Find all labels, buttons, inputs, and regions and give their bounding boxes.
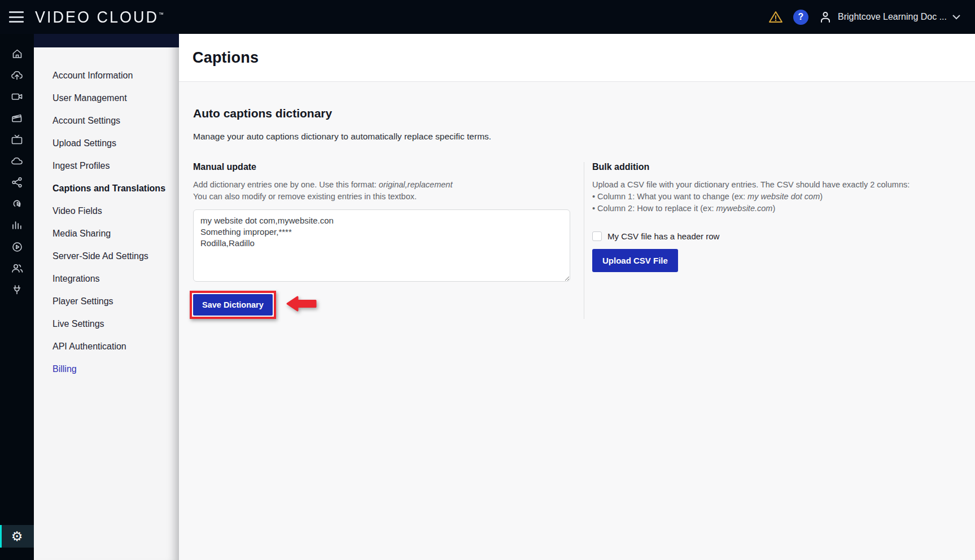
settings-sidebar: Account Information User Management Acco… [34,34,179,560]
account-name: Brightcove Learning Doc ... [838,12,947,22]
save-dictionary-button[interactable]: Save Dictionary [193,294,273,316]
sidebar-item-video-fields[interactable]: Video Fields [34,200,179,222]
bulk-help-line2-example: my website dot com [747,192,820,201]
hamburger-menu-icon[interactable] [9,11,24,23]
sidebar-item-server-side-ad-settings[interactable]: Server-Side Ad Settings [34,245,179,268]
sidebar-top-strip [34,34,179,47]
account-menu[interactable]: Brightcove Learning Doc ... [819,10,960,24]
highlight-red-box: Save Dictionary [190,291,276,319]
cloud-icon[interactable] [0,150,34,172]
sidebar-item-media-sharing[interactable]: Media Sharing [34,222,179,245]
dictionary-textarea[interactable]: my website dot com,mywebsite.con Somethi… [193,209,570,282]
media-clapper-icon[interactable] [0,107,34,129]
sidebar-item-upload-settings[interactable]: Upload Settings [34,132,179,155]
upload-cloud-icon[interactable] [0,64,34,86]
top-bar: VIDEO CLOUD™ ? Brightcove Learning Doc .… [0,0,975,34]
interactivity-icon[interactable] [0,193,34,215]
bulk-help-line3-example: mywebsite.com [716,204,772,213]
bulk-addition-help: Upload a CSV file with your dictionary e… [592,179,958,215]
sidebar-item-integrations[interactable]: Integrations [34,268,179,290]
sidebar-item-live-settings[interactable]: Live Settings [34,313,179,335]
video-cloud-logo: VIDEO CLOUD™ [35,7,164,26]
manual-update-heading: Manual update [193,162,577,172]
share-icon[interactable] [0,172,34,193]
plug-icon[interactable] [0,279,34,300]
manual-help-format: original,replacement [379,180,453,189]
manual-update-section: Manual update Add dictionary entries one… [193,162,577,319]
bulk-help-line3-close: ) [772,204,775,213]
gear-icon: ⚙ [11,530,23,543]
bulk-help-line3: • Column 2: How to replace it (ex: [592,204,716,213]
csv-header-checkbox-label: My CSV file has a header row [607,231,719,241]
sidebar-item-api-authentication[interactable]: API Authentication [34,335,179,358]
sidebar-item-ingest-profiles[interactable]: Ingest Profiles [34,155,179,177]
manual-update-help: Add dictionary entries one by one. Use t… [193,179,577,203]
main-content: Captions Auto captions dictionary Manage… [179,34,975,560]
sidebar-item-user-management[interactable]: User Management [34,87,179,110]
csv-header-checkbox[interactable] [592,231,602,241]
manual-help-line1: Add dictionary entries one by one. Use t… [193,180,379,189]
page-title: Captions [193,49,259,67]
section-title: Auto captions dictionary [193,107,958,120]
bulk-addition-section: Bulk addition Upload a CSV file with you… [584,162,958,319]
icon-rail: ⚙ [0,34,34,560]
admin-settings-item[interactable]: ⚙ [0,525,34,548]
red-arrow-annotation [286,296,319,314]
sidebar-item-account-settings[interactable]: Account Settings [34,110,179,132]
bulk-help-line2-close: ) [820,192,823,201]
manual-help-line2: You can also modify or remove existing e… [193,192,417,201]
sidebar-item-billing[interactable]: Billing [34,358,179,380]
home-icon[interactable] [0,43,34,64]
video-camera-icon[interactable] [0,86,34,107]
sidebar-item-player-settings[interactable]: Player Settings [34,290,179,313]
playlist-play-icon[interactable] [0,236,34,257]
upload-csv-button[interactable]: Upload CSV File [592,249,678,272]
settings-nav: Account Information User Management Acco… [34,47,179,380]
analytics-icon[interactable] [0,215,34,236]
warning-icon[interactable] [768,10,783,24]
section-subtitle: Manage your auto captions dictionary to … [193,132,958,142]
chevron-down-icon [952,15,960,20]
audience-users-icon[interactable] [0,257,34,279]
help-icon[interactable]: ? [793,10,808,25]
bulk-help-line2: • Column 1: What you want to change (ex: [592,192,747,201]
tv-icon[interactable] [0,129,34,150]
sidebar-item-captions-and-translations[interactable]: Captions and Translations [34,177,179,200]
bulk-addition-heading: Bulk addition [592,162,958,172]
page-header: Captions [179,34,975,82]
user-icon [819,10,832,24]
sidebar-item-account-information[interactable]: Account Information [34,64,179,87]
bulk-help-line1: Upload a CSV file with your dictionary e… [592,180,910,189]
